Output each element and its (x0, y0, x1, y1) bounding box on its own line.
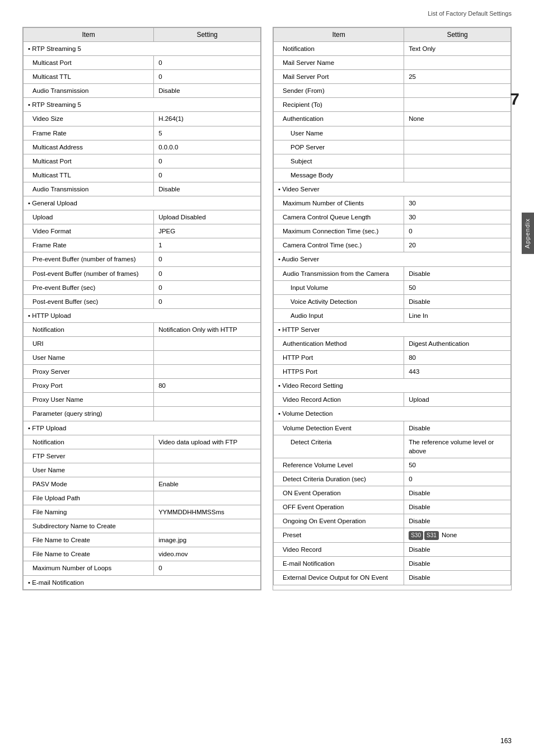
item-cell: ON Event Operation (274, 486, 404, 500)
table-row: Proxy User Name (24, 393, 261, 407)
table-row: • Audio Server (274, 252, 511, 266)
setting-cell: The reference volume level or above (404, 435, 511, 458)
setting-cell (154, 393, 261, 407)
setting-cell (154, 519, 261, 533)
setting-cell: Disable (154, 182, 261, 196)
item-cell: Post-event Buffer (number of frames) (24, 266, 154, 280)
table-row: Message Body (274, 168, 511, 182)
table-row: • HTTP Upload (24, 308, 261, 322)
setting-cell: 0 (404, 472, 511, 486)
item-cell: E-mail Notification (274, 557, 404, 571)
item-cell: Volume Detection Event (274, 421, 404, 435)
setting-cell: JPEG (154, 224, 261, 238)
table-row: File Upload Path (24, 491, 261, 505)
table-row: Post-event Buffer (sec)0 (24, 294, 261, 308)
table-row: Mail Server Port25 (274, 70, 511, 84)
setting-cell: 5 (154, 126, 261, 140)
item-cell: • RTP Streaming 5 (24, 42, 261, 56)
appendix-sidetab: Appendix (522, 213, 534, 254)
table-row: Subdirectory Name to Create (24, 519, 261, 533)
item-cell: Multicast Port (24, 154, 154, 168)
table-row: • Video Server (274, 182, 511, 196)
item-cell: Proxy Port (24, 379, 154, 393)
table-row: File Name to Createvideo.mov (24, 547, 261, 561)
setting-cell: Enable (154, 477, 261, 491)
item-cell: Post-event Buffer (sec) (24, 294, 154, 308)
table-row: URI (24, 336, 261, 350)
table-row: HTTP Port80 (274, 351, 511, 365)
item-cell: Recipient (To) (274, 98, 404, 112)
item-cell: Multicast Address (24, 140, 154, 154)
table-row: Maximum Number of Clients30 (274, 196, 511, 210)
table-row: Multicast Port0 (24, 56, 261, 70)
page-number: 163 (500, 737, 512, 745)
setting-cell: Disable (404, 486, 511, 500)
setting-cell: 0 (154, 56, 261, 70)
table-row: Detect Criteria Duration (sec)0 (274, 472, 511, 486)
item-cell: • Audio Server (274, 252, 511, 266)
item-cell: POP Server (274, 140, 404, 154)
setting-cell: 0 (154, 561, 261, 575)
table-row: Camera Control Queue Length30 (274, 210, 511, 224)
setting-cell: 0 (154, 266, 261, 280)
table-row: Frame Rate1 (24, 238, 261, 252)
setting-cell: S30S31 None (404, 528, 511, 543)
item-cell: Notification (274, 42, 404, 56)
item-cell: Multicast Port (24, 56, 154, 70)
table-row: User Name (274, 126, 511, 140)
setting-cell (154, 336, 261, 350)
item-cell: Maximum Number of Clients (274, 196, 404, 210)
setting-cell: 0 (154, 252, 261, 266)
setting-cell: image.jpg (154, 533, 261, 547)
table-row: Maximum Connection Time (sec.)0 (274, 224, 511, 238)
table-row: Subject (274, 154, 511, 168)
item-cell: Video Format (24, 224, 154, 238)
item-cell: Maximum Number of Loops (24, 561, 154, 575)
setting-cell: Disable (404, 514, 511, 528)
setting-cell: Upload (404, 393, 511, 407)
item-cell: • RTP Streaming 5 (24, 98, 261, 112)
table-row: UploadUpload Disabled (24, 210, 261, 224)
table-row: Video Record ActionUpload (274, 393, 511, 407)
setting-cell (154, 463, 261, 477)
setting-cell: 443 (404, 365, 511, 379)
table-row: Ongoing On Event OperationDisable (274, 514, 511, 528)
item-cell: Audio Input (274, 308, 404, 322)
item-cell: Authentication Method (274, 336, 404, 350)
setting-cell: Disable (404, 500, 511, 514)
table-row: Volume Detection EventDisable (274, 421, 511, 435)
right-col1-header: Item (274, 28, 404, 42)
table-row: NotificationText Only (274, 42, 511, 56)
setting-cell: 0 (154, 294, 261, 308)
setting-cell: 30 (404, 210, 511, 224)
table-row: • HTTP Server (274, 322, 511, 336)
table-row: PresetS30S31 None (274, 528, 511, 543)
setting-cell: Disable (404, 543, 511, 557)
table-row: Audio TransmissionDisable (24, 182, 261, 196)
right-table: Item Setting NotificationText OnlyMail S… (273, 27, 512, 590)
setting-cell: 0 (154, 70, 261, 84)
table-row: File Name to Createimage.jpg (24, 533, 261, 547)
table-row: User Name (24, 463, 261, 477)
item-cell: Maximum Connection Time (sec.) (274, 224, 404, 238)
item-cell: Audio Transmission from the Camera (274, 266, 404, 280)
table-row: • E-mail Notification (24, 575, 261, 589)
table-row: Frame Rate5 (24, 126, 261, 140)
setting-cell (404, 98, 511, 112)
left-col2-header: Setting (154, 28, 261, 42)
item-cell: • Volume Detection (274, 407, 511, 421)
item-cell: File Upload Path (24, 491, 154, 505)
setting-cell (404, 168, 511, 182)
table-row: Parameter (query string) (24, 407, 261, 421)
item-cell: Upload (24, 210, 154, 224)
item-cell: File Name to Create (24, 547, 154, 561)
table-row: Post-event Buffer (number of frames)0 (24, 266, 261, 280)
item-cell: • Video Record Setting (274, 379, 511, 393)
table-row: • FTP Upload (24, 421, 261, 435)
left-col1-header: Item (24, 28, 154, 42)
item-cell: Frame Rate (24, 126, 154, 140)
item-cell: Mail Server Name (274, 56, 404, 70)
item-cell: Reference Volume Level (274, 458, 404, 472)
table-row: Maximum Number of Loops0 (24, 561, 261, 575)
item-cell: Audio Transmission (24, 182, 154, 196)
